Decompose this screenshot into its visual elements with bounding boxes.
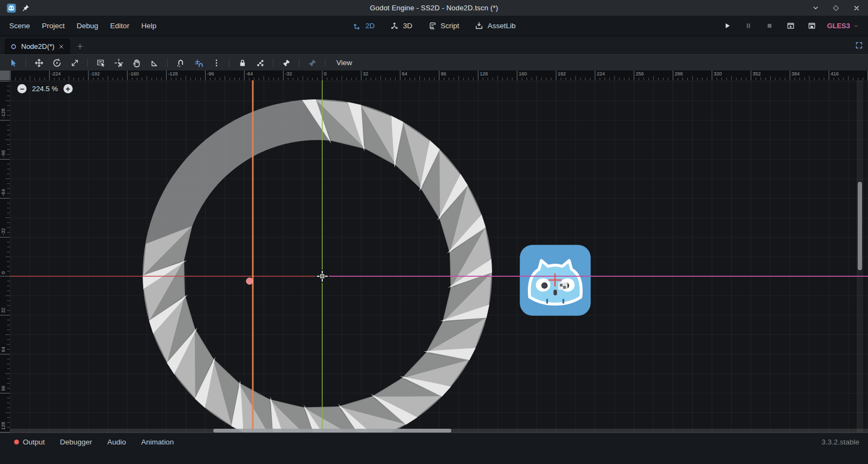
window-minimize-button[interactable]	[810, 3, 820, 13]
renderer-select[interactable]: GLES3	[827, 22, 859, 30]
list-select-button[interactable]	[93, 56, 108, 69]
ruler-label: 288	[675, 71, 683, 77]
bottom-tab-audio[interactable]: Audio	[102, 435, 132, 449]
workspace-tab-assetlib[interactable]: AssetLib	[475, 21, 516, 30]
workspace-tab-3d[interactable]: 3D	[390, 21, 412, 30]
ruler-label: 224	[597, 71, 605, 77]
ruler-label: -160	[129, 71, 139, 77]
version-label: 3.3.2.stable	[821, 433, 859, 450]
play-scene-button[interactable]	[784, 20, 796, 32]
menu-help[interactable]: Help	[135, 18, 162, 34]
play-button[interactable]	[721, 20, 733, 32]
ruler-label: -32	[285, 71, 292, 77]
scene-tab-bar: Node2D(*)	[0, 36, 868, 54]
ruler-label: 192	[558, 71, 566, 77]
window-title: Godot Engine - SS2D - Node2D.tscn (*)	[0, 4, 868, 12]
skeleton-options-menu[interactable]	[305, 56, 320, 69]
lock-object-button[interactable]	[235, 56, 250, 69]
toolbar-separator	[325, 58, 326, 67]
window-maximize-button[interactable]	[831, 3, 841, 13]
scene-tab-label: Node2D(*)	[21, 42, 54, 50]
output-error-indicator	[14, 440, 19, 444]
move-tool-button[interactable]	[31, 56, 46, 69]
menu-editor[interactable]: Editor	[104, 18, 135, 34]
ruler-label: -128	[168, 71, 178, 77]
bottom-tab-label: Debugger	[60, 438, 92, 446]
pause-button[interactable]	[742, 20, 754, 32]
canvas-area[interactable]: − 224.5 % +	[10, 80, 868, 433]
node2d-icon	[10, 43, 17, 50]
workspace-tab-script[interactable]: Script	[427, 21, 459, 30]
ruler-label: 256	[636, 71, 644, 77]
window-close-button[interactable]	[852, 3, 861, 13]
bottom-panel: OutputDebuggerAudioAnimation 3.3.2.stabl…	[0, 433, 868, 464]
godot-logo-icon	[7, 3, 16, 13]
ruler-label: -224	[51, 71, 61, 77]
zoom-out-button[interactable]: −	[17, 84, 27, 93]
vertical-ruler[interactable]: -128-96-64-320326496128	[0, 80, 10, 433]
2d-viewport: -224-192-160-128-96-64-32032649612816019…	[0, 71, 868, 433]
scale-tool-button[interactable]	[67, 56, 82, 69]
vertical-scrollbar-thumb[interactable]	[858, 182, 862, 270]
menu-scene[interactable]: Scene	[3, 18, 36, 34]
workspace-tab-label: 2D	[366, 22, 375, 30]
horizontal-scrollbar-thumb[interactable]	[213, 429, 451, 433]
ruler-label: -32	[1, 228, 6, 235]
toolbar-separator	[87, 58, 88, 67]
toolbar-separator	[25, 58, 26, 67]
main-menubar: SceneProjectDebugEditorHelp 2D3DScriptAs…	[0, 16, 868, 36]
bottom-tab-label: Audio	[107, 438, 126, 446]
ruler-label: 128	[1, 422, 6, 430]
ruler-label: 96	[441, 71, 446, 77]
snap-options-menu[interactable]	[209, 56, 224, 69]
pin-icon[interactable]	[22, 4, 30, 12]
ruler-label: 32	[1, 308, 6, 313]
chevron-down-icon	[853, 23, 859, 29]
rotate-tool-button[interactable]	[49, 56, 64, 69]
workspace-tab-2d[interactable]: 2D	[353, 21, 375, 30]
bottom-tab-debugger[interactable]: Debugger	[55, 435, 98, 449]
ruler-tool-button[interactable]	[147, 56, 162, 69]
smart-snap-toggle[interactable]	[173, 56, 188, 69]
new-scene-tab-button[interactable]	[70, 42, 90, 54]
canvas-toolbar: View	[0, 54, 868, 71]
bottom-tab-output[interactable]: Output	[9, 435, 50, 449]
grid-snap-toggle[interactable]	[191, 56, 206, 69]
distraction-free-mode-button[interactable]	[855, 41, 863, 49]
workspace-tab-label: 3D	[403, 22, 412, 30]
close-tab-icon[interactable]	[58, 43, 65, 50]
ruler-corner[interactable]	[0, 71, 10, 80]
menu-project[interactable]: Project	[36, 18, 71, 34]
bottom-tab-animation[interactable]: Animation	[136, 435, 179, 449]
toolbar-separator	[273, 58, 273, 67]
ss2d-ring-shape[interactable]	[143, 99, 492, 433]
bottom-tab-label: Animation	[141, 438, 174, 446]
pivot-tool-button[interactable]	[111, 56, 126, 69]
select-tool-button[interactable]	[5, 56, 20, 69]
play-custom-scene-button[interactable]	[806, 20, 818, 32]
pan-tool-button[interactable]	[129, 56, 144, 69]
stop-button[interactable]	[763, 20, 775, 32]
ruler-label: -64	[1, 189, 6, 196]
bottom-tab-label: Output	[23, 438, 45, 446]
group-object-button[interactable]	[253, 56, 267, 69]
skeleton-bones-button[interactable]	[279, 56, 293, 69]
scene-drawing	[10, 80, 868, 433]
zoom-in-button[interactable]: +	[63, 84, 73, 93]
zoom-controls: − 224.5 % +	[17, 84, 73, 93]
titlebar: Godot Engine - SS2D - Node2D.tscn (*)	[0, 0, 868, 16]
ruler-label: 416	[831, 71, 839, 77]
ruler-label: 352	[752, 71, 761, 77]
ruler-label: 64	[1, 347, 6, 352]
zoom-level-label[interactable]: 224.5 %	[32, 85, 58, 93]
ruler-label: -128	[1, 109, 6, 118]
scene-tab-node2d[interactable]: Node2D(*)	[5, 39, 70, 54]
renderer-label: GLES3	[827, 22, 850, 30]
toolbar-separator	[229, 58, 229, 67]
horizontal-ruler[interactable]: -224-192-160-128-96-64-32032649612816019…	[10, 71, 868, 80]
menu-debug[interactable]: Debug	[71, 18, 104, 34]
ruler-label: 64	[402, 71, 407, 77]
ruler-label: -96	[207, 71, 214, 77]
ss2d-control-point[interactable]	[246, 278, 253, 284]
view-menu-button[interactable]: View	[331, 57, 358, 68]
